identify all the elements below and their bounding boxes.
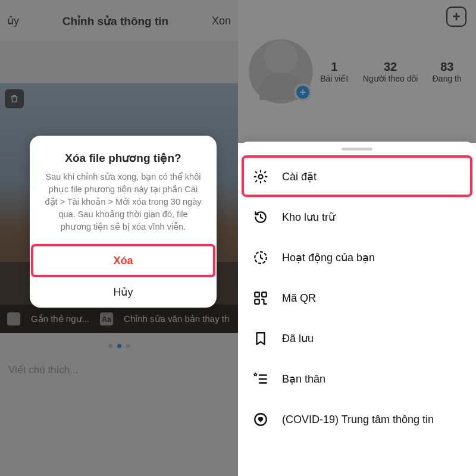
profile-screen: + 1 Bài viết 32 Người theo dõi 83 Đang t… bbox=[238, 0, 476, 476]
menu-label: Mã QR bbox=[282, 292, 316, 305]
menu-label: Bạn thân bbox=[282, 372, 325, 386]
qr-icon bbox=[252, 290, 269, 306]
menu-item-activity[interactable]: Hoạt động của bạn bbox=[238, 237, 476, 278]
menu-item-settings[interactable]: Cài đặt bbox=[238, 156, 476, 197]
gear-icon bbox=[252, 168, 269, 185]
menu-item-covid[interactable]: (COVID-19) Trung tâm thông tin bbox=[238, 399, 476, 440]
heart-circle-icon bbox=[252, 411, 269, 428]
profile-menu-sheet: Cài đặt Kho lưu trữ Hoạt động của bạn Mã… bbox=[238, 142, 476, 476]
alert-delete-button[interactable]: Xóa bbox=[30, 245, 217, 276]
menu-item-qr[interactable]: Mã QR bbox=[238, 278, 476, 318]
alert-cancel-button[interactable]: Hủy bbox=[30, 276, 217, 308]
bookmark-icon bbox=[252, 330, 269, 347]
activity-icon bbox=[252, 249, 269, 266]
menu-label: Kho lưu trữ bbox=[282, 211, 335, 224]
svg-point-0 bbox=[259, 175, 263, 179]
menu-item-close-friends[interactable]: Bạn thân bbox=[238, 359, 476, 399]
svg-rect-2 bbox=[255, 292, 259, 297]
list-star-icon bbox=[252, 371, 269, 387]
svg-rect-4 bbox=[255, 299, 259, 304]
menu-item-saved[interactable]: Đã lưu bbox=[238, 318, 476, 359]
menu-label: (COVID-19) Trung tâm thông tin bbox=[282, 414, 434, 426]
alert-title: Xóa file phương tiện? bbox=[30, 136, 217, 171]
menu-label: Hoạt động của bạn bbox=[282, 251, 375, 264]
alert-message: Sau khi chỉnh sửa xong, bạn có thể khôi … bbox=[30, 171, 217, 245]
delete-media-alert: Xóa file phương tiện? Sau khi chỉnh sửa … bbox=[30, 136, 217, 308]
svg-rect-3 bbox=[262, 292, 267, 297]
menu-label: Đã lưu bbox=[282, 332, 314, 345]
sheet-overlay bbox=[238, 0, 476, 143]
sheet-grabber[interactable] bbox=[342, 148, 372, 151]
menu-item-archive[interactable]: Kho lưu trữ bbox=[238, 197, 476, 237]
edit-post-screen: ủy Chỉnh sửa thông tin Xon Gắn thẻ ngư..… bbox=[0, 0, 238, 476]
history-icon bbox=[252, 209, 269, 226]
menu-label: Cài đặt bbox=[282, 170, 317, 183]
